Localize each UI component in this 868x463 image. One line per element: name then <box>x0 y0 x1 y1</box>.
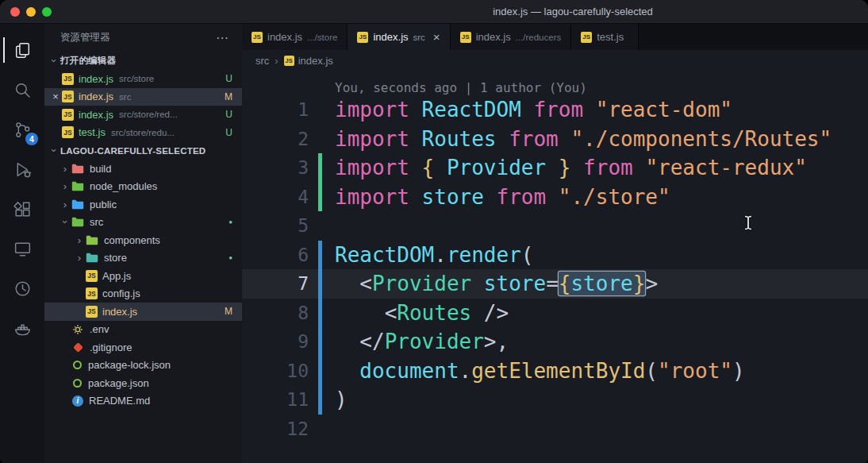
code-text: ReactDOM.render( <box>322 245 533 265</box>
code-line-7[interactable]: 7 <Provider store={store}> <box>242 269 868 299</box>
activity-source-control-icon[interactable]: 4 <box>3 110 41 149</box>
code-line-3[interactable]: 3import { Provider } from "react-redux" <box>242 153 868 183</box>
code-text: import { Provider } from "react-redux" <box>322 157 807 178</box>
file-name: package.json <box>88 377 149 389</box>
folder-icon <box>71 164 84 174</box>
js-file-icon: JS <box>252 32 263 43</box>
js-file-icon: JS <box>284 56 294 66</box>
titlebar[interactable]: index.js — lagou-carefully-selected <box>0 0 868 24</box>
activity-remote-explorer-icon[interactable] <box>3 229 41 268</box>
folder-icon <box>71 181 84 191</box>
activity-extensions-icon[interactable] <box>3 189 41 229</box>
chevron-icon: › <box>60 216 71 229</box>
code-line-6[interactable]: 6ReactDOM.render( <box>242 241 868 270</box>
open-editors-label: 打开的编辑器 <box>60 55 116 67</box>
minimize-window-button[interactable] <box>26 7 36 17</box>
file-path: src/store <box>119 74 154 83</box>
tab-index.js-src[interactable]: JSindex.jssrc× <box>348 24 450 50</box>
chevron-down-icon: › <box>48 145 60 157</box>
open-editor-item[interactable]: JSindex.jssrc/storeU <box>44 70 242 88</box>
modified-dot: ● <box>229 218 232 226</box>
tree-file-README.md[interactable]: iREADME.md <box>44 392 242 411</box>
tree-file-package.json[interactable]: package.json <box>44 374 242 392</box>
code-line-2[interactable]: 2import Routes from "./components/Routes… <box>242 125 868 154</box>
chevron-icon: › <box>73 252 86 264</box>
folder-icon <box>86 235 98 245</box>
codelens-blame[interactable]: You, seconds ago | 1 author (You) <box>335 80 587 95</box>
code-line-8[interactable]: 8 <Routes /> <box>242 299 868 328</box>
file-name: store <box>104 252 127 264</box>
folder-icon <box>86 253 98 263</box>
activity-run-debug-icon[interactable] <box>3 149 41 189</box>
vscode-window: index.js — lagou-carefully-selected 4 资源… <box>0 0 868 463</box>
tree-folder-public[interactable]: ›public <box>44 195 242 214</box>
file-name: index.js <box>79 109 113 121</box>
breadcrumb-folder[interactable]: src <box>255 55 269 67</box>
line-number: 2 <box>242 129 309 149</box>
tree-file-App.js[interactable]: JSApp.js <box>44 267 242 285</box>
tree-file-.env[interactable]: .env <box>44 321 242 339</box>
open-editors-header[interactable]: › 打开的编辑器 <box>44 52 242 70</box>
file-name: src <box>90 216 103 228</box>
line-number: 9 <box>242 331 309 352</box>
tree-file-.gitignore[interactable]: .gitignore <box>44 338 242 357</box>
tab-label: index.js <box>476 31 511 43</box>
window-title: index.js — lagou-carefully-selected <box>493 6 653 17</box>
js-file-icon: JS <box>62 126 74 138</box>
line-number: 8 <box>242 303 309 323</box>
chevron-icon: › <box>59 163 71 175</box>
breadcrumb: src›JSindex.js <box>242 50 868 71</box>
breadcrumb-file[interactable]: index.js <box>298 55 333 67</box>
tab-index.js-store[interactable]: JSindex.js.../store <box>242 24 348 50</box>
close-editor-icon[interactable]: × <box>49 91 62 102</box>
js-file-icon: JS <box>62 91 74 102</box>
tree-folder-build[interactable]: ›build <box>44 160 242 178</box>
activity-search-icon[interactable] <box>3 70 41 110</box>
code-line-4[interactable]: 4import store from "./store" <box>242 183 868 212</box>
tab-label: index.js <box>373 31 408 43</box>
code-line-12[interactable]: 12 <box>242 415 868 444</box>
file-name: index.js <box>79 91 113 102</box>
breadcrumb-separator: › <box>275 55 278 67</box>
workspace-root-header[interactable]: › LAGOU-CAREFULLY-SELECTED <box>44 141 242 160</box>
tree-folder-components[interactable]: ›components <box>44 231 242 249</box>
git-gutter-indicator <box>318 415 322 444</box>
zoom-window-button[interactable] <box>42 7 52 17</box>
tree-file-package-lock.json[interactable]: package-lock.json <box>44 357 242 375</box>
tree-folder-node_modules[interactable]: ›node_modules <box>44 178 242 196</box>
close-window-button[interactable] <box>10 7 20 17</box>
tree-folder-src[interactable]: ›src● <box>44 214 242 232</box>
open-editor-item[interactable]: JSindex.jssrc/store/red...U <box>44 106 242 124</box>
code-line-1[interactable]: 1import ReactDOM from "react-dom" <box>242 95 868 125</box>
code-editor[interactable]: You, seconds ago | 1 author (You) 1impor… <box>242 71 868 463</box>
readme-info-icon: i <box>72 395 83 407</box>
open-editors-list: JSindex.jssrc/storeU×JSindex.jssrcMJSind… <box>44 70 242 141</box>
git-status-badge: U <box>225 127 232 138</box>
activity-timeline-icon[interactable] <box>3 268 41 308</box>
tab-label: index.js <box>267 31 302 43</box>
activity-explorer-icon[interactable] <box>3 30 41 70</box>
activity-docker-icon[interactable] <box>3 308 41 348</box>
close-tab-icon[interactable]: × <box>433 30 440 44</box>
open-editor-item[interactable]: ×JSindex.jssrcM <box>44 88 242 106</box>
js-file-icon: JS <box>62 109 74 121</box>
js-file-icon: JS <box>86 270 98 282</box>
file-name: components <box>104 234 160 246</box>
code-line-5[interactable]: 5 <box>242 211 868 241</box>
code-line-11[interactable]: 11) <box>242 385 868 415</box>
tree-file-config.js[interactable]: JSconfig.js <box>44 285 242 303</box>
code-line-9[interactable]: 9 </Provider>, <box>242 327 868 357</box>
more-actions-icon[interactable]: ⋯ <box>216 30 229 45</box>
tab-test.js[interactable]: JStest.js <box>571 24 639 50</box>
git-gutter-indicator <box>318 211 322 241</box>
git-file-icon <box>73 342 83 353</box>
tab-label: test.js <box>597 31 624 43</box>
code-line-10[interactable]: 10 document.getElementById("root") <box>242 357 868 386</box>
tree-folder-store[interactable]: ›store● <box>44 249 242 268</box>
tab-index.js-reducers[interactable]: JSindex.js.../reducers <box>451 24 572 50</box>
open-editor-item[interactable]: JStest.jssrc/store/redu...U <box>44 124 242 142</box>
line-number: 3 <box>242 157 309 178</box>
workbench: 4 资源管理器 ⋯ › 打开的编辑器 JSindex.jssrc/storeU×… <box>0 24 868 463</box>
js-file-icon: JS <box>62 73 74 85</box>
tree-file-index.js[interactable]: JSindex.jsM <box>44 303 242 321</box>
